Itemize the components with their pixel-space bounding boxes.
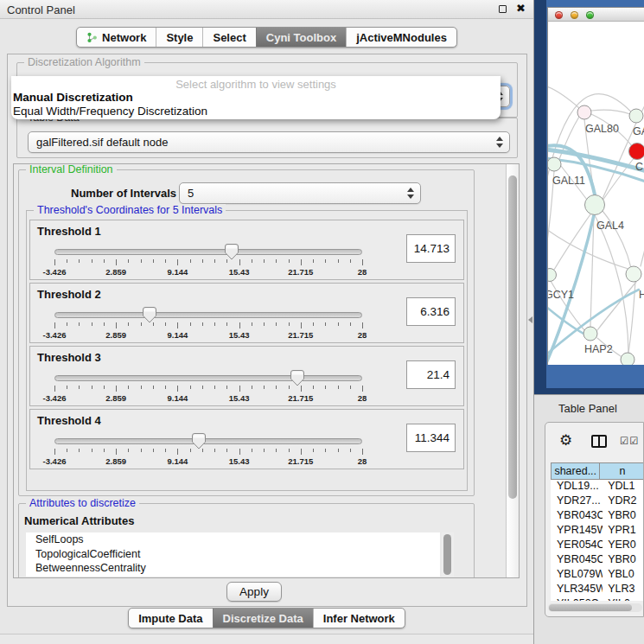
threshold-value-field[interactable]: 14.713: [406, 234, 456, 263]
network-node[interactable]: [577, 105, 591, 119]
tab-network[interactable]: Network: [77, 28, 156, 47]
network-edge[interactable]: [641, 73, 644, 114]
tab-cyni-toolbox[interactable]: Cyni Toolbox: [256, 28, 346, 47]
network-edge[interactable]: [641, 212, 644, 266]
table-horizontal-scrollbar[interactable]: [548, 603, 642, 612]
network-edge[interactable]: [548, 307, 589, 336]
cell-name[interactable]: YER0: [603, 539, 644, 553]
attribute-list-item[interactable]: BetweennessCentrality: [26, 561, 440, 576]
cell-name[interactable]: YIL0: [603, 597, 644, 601]
network-edge[interactable]: [597, 282, 636, 330]
table-row[interactable]: YPR145WYPR1: [551, 524, 644, 539]
attribute-list-item[interactable]: TopologicalCoefficient: [26, 547, 440, 562]
tab-infer-network[interactable]: Infer Network: [313, 609, 405, 628]
discretization-algorithm-group-title: Discretization Algorithm: [24, 56, 144, 68]
network-edge[interactable]: [554, 214, 590, 270]
network-edge[interactable]: [595, 215, 628, 353]
table-row[interactable]: YDR27...YDR2: [551, 494, 644, 509]
slider-thumb[interactable]: [143, 307, 156, 323]
float-window-icon[interactable]: [499, 5, 507, 13]
split-columns-icon[interactable]: [591, 435, 607, 448]
table-row[interactable]: YER054CYER0: [551, 539, 644, 553]
network-node[interactable]: [629, 143, 644, 160]
tab-impute-data[interactable]: Impute Data: [129, 609, 212, 628]
table-row[interactable]: YBR045CYBR0: [551, 553, 644, 568]
table-row[interactable]: YIL052CYIL0: [551, 597, 644, 601]
cell-shared-name[interactable]: YER054C: [551, 539, 603, 553]
scrollbar-thumb[interactable]: [549, 604, 632, 611]
network-edge[interactable]: [548, 86, 579, 108]
cell-shared-name[interactable]: YBL079W: [551, 568, 603, 583]
settings-vertical-scrollbar[interactable]: [506, 164, 519, 577]
cell-shared-name[interactable]: YPR145W: [551, 524, 603, 539]
gear-icon[interactable]: ⚙: [559, 431, 572, 449]
attribute-list-item[interactable]: SelfLoops: [26, 532, 440, 547]
dropdown-option-equal-width-frequency[interactable]: Equal Width/Frequency Discretization: [11, 105, 501, 118]
slider-thumb[interactable]: [225, 244, 239, 260]
network-node[interactable]: [548, 269, 557, 282]
dropdown-option-manual-discretization[interactable]: Manual Discretization: [11, 91, 501, 105]
network-edge[interactable]: [591, 110, 630, 114]
dropdown-placeholder-item[interactable]: Select algorithm to view settings: [11, 76, 501, 91]
column-header-name[interactable]: n: [600, 462, 644, 480]
threshold-slider[interactable]: -3.4262.8599.14415.4321.71528: [54, 373, 362, 405]
table-row[interactable]: YLR345WYLR3: [551, 583, 644, 597]
tab-discretize-data[interactable]: Discretize Data: [213, 609, 313, 628]
splitter-collapse-icon[interactable]: [528, 316, 532, 323]
network-node[interactable]: [626, 266, 641, 282]
threshold-slider[interactable]: -3.4262.8599.14415.4321.71528: [54, 309, 362, 342]
threshold-slider[interactable]: -3.4262.8599.14415.4321.71528: [54, 246, 362, 279]
network-node[interactable]: [585, 195, 605, 215]
network-canvas[interactable]: GAL80GACGAL11GAL4GCY1HHAP2: [548, 22, 644, 365]
scrollbar-thumb[interactable]: [508, 175, 517, 499]
column-header-shared-name[interactable]: shared...: [551, 462, 600, 480]
number-of-intervals-combo[interactable]: 5: [179, 182, 421, 204]
network-node[interactable]: [621, 353, 634, 365]
table-row[interactable]: YBL079WYBL0: [551, 568, 644, 583]
network-edge[interactable]: [548, 94, 637, 182]
mac-close-button[interactable]: [555, 11, 563, 19]
select-columns-icon[interactable]: ☑☑: [620, 435, 640, 447]
table-row[interactable]: YDL19...YDL1: [551, 480, 644, 494]
threshold-slider[interactable]: -3.4262.8599.14415.4321.71528: [54, 436, 362, 469]
threshold-value-field[interactable]: 21.4: [406, 360, 456, 389]
network-node[interactable]: [629, 109, 643, 123]
cell-shared-name[interactable]: YBR045C: [551, 553, 603, 568]
tick-label: 9.144: [168, 456, 188, 466]
tick-mark: [338, 259, 339, 263]
tab-select[interactable]: Select: [202, 28, 255, 47]
cell-name[interactable]: YBR0: [603, 553, 644, 568]
slider-track[interactable]: [54, 375, 362, 381]
close-icon[interactable]: ✖: [516, 2, 526, 15]
network-node[interactable]: [548, 157, 561, 171]
mac-minimize-button[interactable]: [571, 11, 578, 19]
cell-name[interactable]: YLR3: [603, 583, 644, 597]
slider-track[interactable]: [54, 438, 362, 444]
cell-name[interactable]: YBL0: [603, 568, 644, 583]
cell-shared-name[interactable]: YDL19...: [551, 480, 603, 494]
cell-name[interactable]: YPR1: [603, 524, 644, 539]
scrollbar-thumb[interactable]: [443, 534, 451, 575]
tab-jactivemnodules[interactable]: jActiveMNodules: [346, 28, 456, 47]
table-data-combo[interactable]: galFiltered.sif default node: [28, 131, 510, 153]
cell-name[interactable]: YDL1: [603, 480, 644, 494]
numerical-attributes-list[interactable]: SelfLoopsTopologicalCoefficientBetweenne…: [26, 532, 440, 577]
slider-thumb[interactable]: [290, 370, 304, 386]
tab-style[interactable]: Style: [156, 28, 202, 47]
cell-shared-name[interactable]: YIL052C: [551, 597, 603, 601]
apply-button[interactable]: Apply: [226, 582, 282, 602]
cell-shared-name[interactable]: YDR27...: [551, 494, 603, 509]
network-node[interactable]: [583, 327, 597, 341]
threshold-value-field[interactable]: 6.316: [406, 297, 456, 326]
threshold-value-field[interactable]: 11.344: [406, 424, 456, 452]
slider-track[interactable]: [54, 249, 362, 255]
cell-shared-name[interactable]: YLR345W: [551, 583, 603, 597]
cell-shared-name[interactable]: YBR043C: [551, 509, 603, 524]
slider-thumb[interactable]: [192, 433, 206, 450]
attributes-list-scrollbar[interactable]: [442, 532, 454, 577]
table-row[interactable]: YBR043CYBR0: [551, 509, 644, 524]
cell-name[interactable]: YDR2: [603, 494, 644, 509]
mac-zoom-button[interactable]: [586, 11, 594, 19]
cell-name[interactable]: YBR0: [603, 509, 644, 524]
slider-track[interactable]: [54, 312, 362, 318]
